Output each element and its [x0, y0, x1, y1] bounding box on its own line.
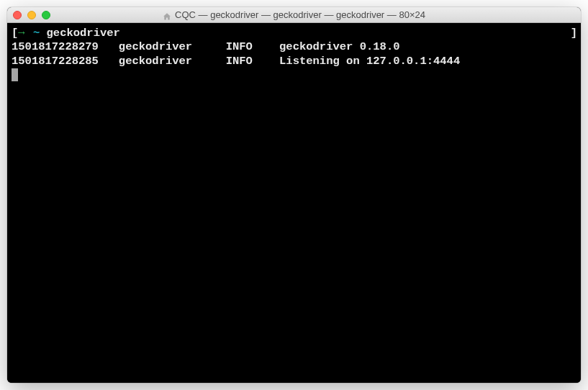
prompt-arrow: →: [18, 27, 24, 40]
cursor: [12, 68, 18, 81]
log-line: 1501817228285 geckodriver INFO Listening…: [12, 55, 576, 68]
prompt-command: geckodriver: [47, 27, 120, 40]
terminal-output[interactable]: [→ ~ geckodriver ] 1501817228279 geckodr…: [7, 23, 581, 383]
minimize-button[interactable]: [27, 11, 36, 19]
cursor-line: [12, 68, 576, 82]
window-title: CQC — geckodriver — geckodriver — geckod…: [175, 9, 425, 20]
prompt-line: [→ ~ geckodriver: [12, 27, 576, 40]
close-button[interactable]: [13, 11, 22, 19]
prompt-bracket-left: [: [12, 27, 18, 40]
maximize-button[interactable]: [42, 11, 50, 19]
titlebar[interactable]: CQC — geckodriver — geckodriver — geckod…: [7, 7, 581, 23]
prompt-tilde: ~: [27, 27, 47, 40]
traffic-lights: [13, 11, 50, 19]
title-wrap: CQC — geckodriver — geckodriver — geckod…: [7, 9, 581, 20]
prompt-bracket-right: ]: [571, 27, 577, 40]
terminal-window: CQC — geckodriver — geckodriver — geckod…: [7, 7, 581, 383]
log-line: 1501817228279 geckodriver INFO geckodriv…: [12, 40, 576, 54]
home-icon: [163, 11, 171, 19]
